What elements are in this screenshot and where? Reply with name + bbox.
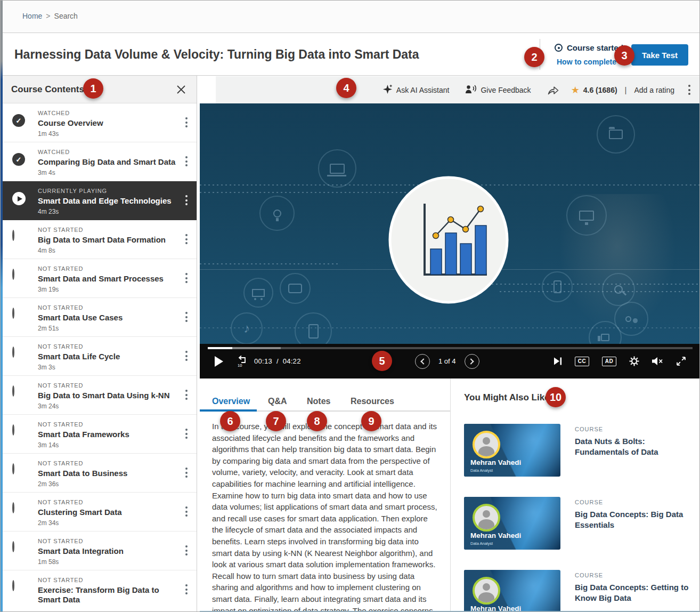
folder-icon — [597, 115, 635, 154]
kebab-menu-icon[interactable] — [182, 110, 191, 142]
next-track-icon[interactable] — [554, 357, 562, 365]
kebab-menu-icon[interactable] — [182, 382, 191, 414]
kebab-menu-icon[interactable] — [182, 343, 191, 375]
list-item-currently-playing[interactable]: CURRENTLY PLAYINGSmart Data and Edge Tec… — [3, 181, 197, 220]
list-item[interactable]: NOT STARTEDBig Data to Smart Data Using … — [3, 376, 197, 415]
recommendation-card[interactable]: Mehran Vahedi Data Analyst COURSE Data N… — [464, 424, 689, 477]
toolbar-divider: | — [625, 85, 627, 94]
course-card-title: Data Nuts & Bolts: Fundamentals of Data — [575, 436, 689, 457]
header: Harnessing Data Volume & Velocity: Turni… — [3, 34, 700, 76]
not-started-icon — [12, 502, 14, 513]
rewind-10-button[interactable]: 10 — [236, 344, 249, 379]
play-button[interactable] — [215, 344, 223, 379]
tab-qa[interactable]: Q&A — [268, 397, 287, 406]
sparkle-icon — [382, 84, 393, 96]
tab-overview[interactable]: Overview — [212, 397, 250, 406]
course-started-icon — [555, 44, 563, 52]
not-started-icon — [12, 347, 14, 358]
callout-3: 3 — [614, 45, 634, 66]
kebab-menu-icon[interactable] — [182, 421, 191, 453]
list-item[interactable]: ✓ WATCHEDCourse Overview1m 43s — [3, 103, 197, 142]
kebab-menu-icon[interactable] — [182, 577, 191, 612]
watched-check-icon: ✓ — [12, 114, 25, 127]
breadcrumb-home-link[interactable]: Home — [22, 12, 42, 20]
kebab-menu-icon[interactable] — [182, 227, 191, 259]
next-page-button[interactable] — [465, 354, 479, 369]
music-note-icon: ♪ — [231, 312, 263, 344]
kebab-menu-icon[interactable] — [182, 499, 191, 531]
settings-gear-icon[interactable] — [629, 356, 639, 366]
list-item[interactable]: NOT STARTEDSmart Data Integration1m 58s — [3, 532, 197, 570]
play-icon — [12, 192, 26, 205]
add-a-rating-button[interactable]: Add a rating — [634, 86, 675, 94]
cart-icon — [243, 278, 273, 308]
volume-muted-icon[interactable] — [652, 357, 663, 365]
rating-value: 4.6 (1686) — [583, 86, 617, 94]
not-started-icon — [12, 541, 14, 552]
previous-page-button[interactable] — [415, 354, 430, 369]
page-navigation: 1 of 4 — [415, 344, 479, 379]
not-started-icon — [12, 308, 14, 319]
svg-text:10: 10 — [238, 363, 242, 368]
callout-7: 7 — [266, 411, 286, 431]
course-type-label: COURSE — [575, 499, 689, 505]
player-controls: 10 00:13 / 04:22 1 of 4 CC AD — [200, 344, 700, 379]
list-item[interactable]: NOT STARTEDBig Data to Smart Data Format… — [3, 220, 197, 259]
course-card-title: Big Data Concepts: Big Data Essentials — [575, 509, 689, 530]
kebab-menu-icon[interactable] — [182, 149, 191, 181]
list-item[interactable]: NOT STARTEDSmart Data Life Cycle3m 3s — [3, 337, 197, 376]
give-feedback-button[interactable]: Give Feedback — [465, 84, 531, 95]
callout-6: 6 — [220, 411, 240, 431]
list-item[interactable]: NOT STARTEDClustering Smart Data2m 34s — [3, 493, 197, 532]
video-frame[interactable]: ♪ — [200, 103, 700, 344]
tablet-icon — [295, 312, 332, 344]
kebab-menu-icon[interactable] — [182, 188, 191, 220]
recommendations-title: You Might Also Like — [464, 392, 550, 403]
breadcrumb: Home>Search — [22, 12, 78, 20]
course-status: Course started — [555, 43, 623, 52]
list-item[interactable]: NOT STARTEDSmart Data Frameworks3m 14s — [3, 415, 197, 454]
how-to-complete-link[interactable]: How to complete — [557, 58, 616, 66]
recommendation-card[interactable]: Mehran Vahedi Data Analyst COURSE Big Da… — [464, 570, 689, 612]
share-icon[interactable] — [547, 85, 559, 95]
kebab-menu-icon[interactable] — [182, 265, 191, 297]
not-started-icon — [12, 580, 14, 591]
kebab-menu-icon[interactable] — [182, 460, 191, 492]
recommendation-card[interactable]: Mehran Vahedi Data Analyst COURSE Big Da… — [464, 497, 689, 550]
breadcrumb-separator: > — [46, 12, 50, 20]
course-thumbnail: Mehran Vahedi Data Analyst — [464, 497, 560, 550]
monitor-icon — [566, 195, 607, 236]
toolbar-kebab-menu-icon[interactable] — [688, 83, 690, 97]
callout-1: 1 — [83, 78, 103, 99]
fullscreen-icon[interactable] — [676, 356, 686, 366]
not-started-icon — [12, 385, 14, 397]
course-type-label: COURSE — [575, 426, 689, 432]
callout-9: 9 — [361, 411, 381, 431]
tab-notes[interactable]: Notes — [307, 397, 330, 406]
course-thumbnail: Mehran Vahedi Data Analyst — [464, 570, 560, 612]
close-icon[interactable] — [175, 84, 187, 95]
kebab-menu-icon[interactable] — [182, 304, 191, 336]
ask-ai-assistant-button[interactable]: Ask AI Assistant — [382, 84, 450, 96]
rating-display[interactable]: ★ 4.6 (1686) — [571, 85, 617, 95]
list-item[interactable]: NOT STARTEDSmart Data Use Cases2m 51s — [3, 298, 197, 337]
list-item[interactable]: NOT STARTEDExercise: Transform Big Data … — [3, 570, 197, 612]
course-card-title: Big Data Concepts: Getting to Know Big D… — [575, 582, 689, 603]
avatar — [473, 504, 500, 532]
page-title: Harnessing Data Volume & Velocity: Turni… — [14, 47, 419, 62]
dotted-line — [200, 263, 340, 264]
lightbulb-icon — [259, 196, 295, 231]
audio-description-button[interactable]: AD — [602, 357, 616, 366]
course-type-label: COURSE — [575, 572, 689, 578]
list-item[interactable]: NOT STARTEDSmart Data to Business2m 36s — [3, 454, 197, 493]
closed-captions-button[interactable]: CC — [575, 357, 589, 366]
kebab-menu-icon[interactable] — [182, 538, 191, 570]
callout-4: 4 — [336, 78, 356, 98]
breadcrumb-search-link[interactable]: Search — [54, 12, 78, 20]
callout-10: 10 — [546, 387, 566, 407]
take-test-button[interactable]: Take Test — [631, 44, 688, 66]
list-item[interactable]: ✓ WATCHEDComparing Big Data and Smart Da… — [3, 142, 197, 181]
bar-chart-graphic — [385, 176, 512, 304]
tab-resources[interactable]: Resources — [351, 397, 394, 406]
list-item[interactable]: NOT STARTEDSmart Data and Smart Processe… — [3, 259, 197, 298]
